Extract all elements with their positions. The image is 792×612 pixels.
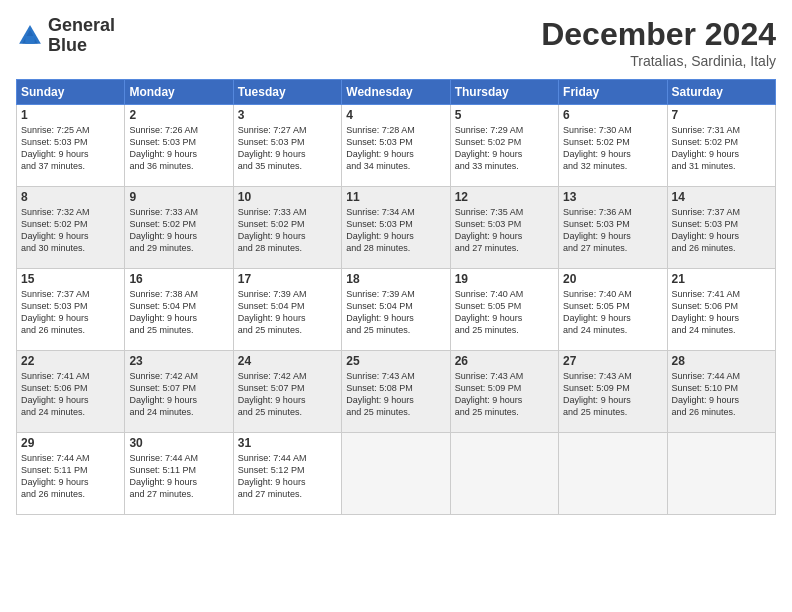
- calendar-cell: 30Sunrise: 7:44 AMSunset: 5:11 PMDayligh…: [125, 433, 233, 515]
- calendar-cell: 12Sunrise: 7:35 AMSunset: 5:03 PMDayligh…: [450, 187, 558, 269]
- logo-text: General Blue: [48, 16, 115, 56]
- day-info: Sunrise: 7:31 AMSunset: 5:02 PMDaylight:…: [672, 124, 771, 173]
- calendar-cell: 17Sunrise: 7:39 AMSunset: 5:04 PMDayligh…: [233, 269, 341, 351]
- day-info: Sunrise: 7:40 AMSunset: 5:05 PMDaylight:…: [455, 288, 554, 337]
- day-number: 25: [346, 354, 445, 368]
- day-info: Sunrise: 7:44 AMSunset: 5:11 PMDaylight:…: [21, 452, 120, 501]
- day-info: Sunrise: 7:44 AMSunset: 5:10 PMDaylight:…: [672, 370, 771, 419]
- calendar-week-row: 1Sunrise: 7:25 AMSunset: 5:03 PMDaylight…: [17, 105, 776, 187]
- day-number: 21: [672, 272, 771, 286]
- calendar-cell: [450, 433, 558, 515]
- day-number: 13: [563, 190, 662, 204]
- calendar-cell: [667, 433, 775, 515]
- day-of-week-header: Saturday: [667, 80, 775, 105]
- day-number: 24: [238, 354, 337, 368]
- day-info: Sunrise: 7:44 AMSunset: 5:12 PMDaylight:…: [238, 452, 337, 501]
- day-number: 31: [238, 436, 337, 450]
- day-of-week-header: Friday: [559, 80, 667, 105]
- day-info: Sunrise: 7:43 AMSunset: 5:09 PMDaylight:…: [455, 370, 554, 419]
- day-of-week-header: Sunday: [17, 80, 125, 105]
- day-info: Sunrise: 7:26 AMSunset: 5:03 PMDaylight:…: [129, 124, 228, 173]
- calendar-cell: 27Sunrise: 7:43 AMSunset: 5:09 PMDayligh…: [559, 351, 667, 433]
- day-info: Sunrise: 7:33 AMSunset: 5:02 PMDaylight:…: [238, 206, 337, 255]
- calendar-cell: 28Sunrise: 7:44 AMSunset: 5:10 PMDayligh…: [667, 351, 775, 433]
- calendar-week-row: 29Sunrise: 7:44 AMSunset: 5:11 PMDayligh…: [17, 433, 776, 515]
- day-info: Sunrise: 7:37 AMSunset: 5:03 PMDaylight:…: [672, 206, 771, 255]
- calendar-cell: 26Sunrise: 7:43 AMSunset: 5:09 PMDayligh…: [450, 351, 558, 433]
- calendar: SundayMondayTuesdayWednesdayThursdayFrid…: [16, 79, 776, 515]
- day-info: Sunrise: 7:25 AMSunset: 5:03 PMDaylight:…: [21, 124, 120, 173]
- day-number: 5: [455, 108, 554, 122]
- day-number: 19: [455, 272, 554, 286]
- day-info: Sunrise: 7:29 AMSunset: 5:02 PMDaylight:…: [455, 124, 554, 173]
- day-info: Sunrise: 7:38 AMSunset: 5:04 PMDaylight:…: [129, 288, 228, 337]
- day-number: 11: [346, 190, 445, 204]
- calendar-cell: 5Sunrise: 7:29 AMSunset: 5:02 PMDaylight…: [450, 105, 558, 187]
- logo: General Blue: [16, 16, 115, 56]
- calendar-cell: 16Sunrise: 7:38 AMSunset: 5:04 PMDayligh…: [125, 269, 233, 351]
- day-number: 16: [129, 272, 228, 286]
- calendar-cell: 2Sunrise: 7:26 AMSunset: 5:03 PMDaylight…: [125, 105, 233, 187]
- day-info: Sunrise: 7:44 AMSunset: 5:11 PMDaylight:…: [129, 452, 228, 501]
- day-info: Sunrise: 7:41 AMSunset: 5:06 PMDaylight:…: [21, 370, 120, 419]
- day-number: 30: [129, 436, 228, 450]
- day-number: 20: [563, 272, 662, 286]
- day-number: 17: [238, 272, 337, 286]
- day-number: 28: [672, 354, 771, 368]
- calendar-cell: 18Sunrise: 7:39 AMSunset: 5:04 PMDayligh…: [342, 269, 450, 351]
- calendar-cell: 11Sunrise: 7:34 AMSunset: 5:03 PMDayligh…: [342, 187, 450, 269]
- calendar-cell: 10Sunrise: 7:33 AMSunset: 5:02 PMDayligh…: [233, 187, 341, 269]
- day-info: Sunrise: 7:34 AMSunset: 5:03 PMDaylight:…: [346, 206, 445, 255]
- day-info: Sunrise: 7:43 AMSunset: 5:09 PMDaylight:…: [563, 370, 662, 419]
- calendar-cell: 22Sunrise: 7:41 AMSunset: 5:06 PMDayligh…: [17, 351, 125, 433]
- day-info: Sunrise: 7:41 AMSunset: 5:06 PMDaylight:…: [672, 288, 771, 337]
- day-info: Sunrise: 7:42 AMSunset: 5:07 PMDaylight:…: [129, 370, 228, 419]
- day-info: Sunrise: 7:35 AMSunset: 5:03 PMDaylight:…: [455, 206, 554, 255]
- calendar-week-row: 15Sunrise: 7:37 AMSunset: 5:03 PMDayligh…: [17, 269, 776, 351]
- day-number: 10: [238, 190, 337, 204]
- calendar-cell: 31Sunrise: 7:44 AMSunset: 5:12 PMDayligh…: [233, 433, 341, 515]
- calendar-cell: 6Sunrise: 7:30 AMSunset: 5:02 PMDaylight…: [559, 105, 667, 187]
- day-number: 26: [455, 354, 554, 368]
- calendar-cell: 13Sunrise: 7:36 AMSunset: 5:03 PMDayligh…: [559, 187, 667, 269]
- day-number: 9: [129, 190, 228, 204]
- calendar-cell: [559, 433, 667, 515]
- calendar-cell: 4Sunrise: 7:28 AMSunset: 5:03 PMDaylight…: [342, 105, 450, 187]
- day-number: 29: [21, 436, 120, 450]
- day-of-week-header: Tuesday: [233, 80, 341, 105]
- day-number: 12: [455, 190, 554, 204]
- svg-rect-2: [25, 36, 34, 44]
- calendar-cell: 19Sunrise: 7:40 AMSunset: 5:05 PMDayligh…: [450, 269, 558, 351]
- calendar-cell: 15Sunrise: 7:37 AMSunset: 5:03 PMDayligh…: [17, 269, 125, 351]
- day-info: Sunrise: 7:27 AMSunset: 5:03 PMDaylight:…: [238, 124, 337, 173]
- calendar-cell: 7Sunrise: 7:31 AMSunset: 5:02 PMDaylight…: [667, 105, 775, 187]
- day-info: Sunrise: 7:37 AMSunset: 5:03 PMDaylight:…: [21, 288, 120, 337]
- calendar-cell: 21Sunrise: 7:41 AMSunset: 5:06 PMDayligh…: [667, 269, 775, 351]
- day-info: Sunrise: 7:36 AMSunset: 5:03 PMDaylight:…: [563, 206, 662, 255]
- header: General Blue December 2024 Tratalias, Sa…: [16, 16, 776, 69]
- day-number: 15: [21, 272, 120, 286]
- page: General Blue December 2024 Tratalias, Sa…: [0, 0, 792, 612]
- day-of-week-header: Monday: [125, 80, 233, 105]
- calendar-cell: 20Sunrise: 7:40 AMSunset: 5:05 PMDayligh…: [559, 269, 667, 351]
- day-of-week-header: Wednesday: [342, 80, 450, 105]
- day-info: Sunrise: 7:40 AMSunset: 5:05 PMDaylight:…: [563, 288, 662, 337]
- calendar-header-row: SundayMondayTuesdayWednesdayThursdayFrid…: [17, 80, 776, 105]
- calendar-cell: 8Sunrise: 7:32 AMSunset: 5:02 PMDaylight…: [17, 187, 125, 269]
- day-info: Sunrise: 7:28 AMSunset: 5:03 PMDaylight:…: [346, 124, 445, 173]
- calendar-week-row: 22Sunrise: 7:41 AMSunset: 5:06 PMDayligh…: [17, 351, 776, 433]
- calendar-cell: 14Sunrise: 7:37 AMSunset: 5:03 PMDayligh…: [667, 187, 775, 269]
- day-number: 14: [672, 190, 771, 204]
- logo-icon: [16, 22, 44, 50]
- day-info: Sunrise: 7:39 AMSunset: 5:04 PMDaylight:…: [346, 288, 445, 337]
- calendar-cell: 29Sunrise: 7:44 AMSunset: 5:11 PMDayligh…: [17, 433, 125, 515]
- day-number: 6: [563, 108, 662, 122]
- day-number: 4: [346, 108, 445, 122]
- day-number: 7: [672, 108, 771, 122]
- calendar-cell: 24Sunrise: 7:42 AMSunset: 5:07 PMDayligh…: [233, 351, 341, 433]
- day-info: Sunrise: 7:33 AMSunset: 5:02 PMDaylight:…: [129, 206, 228, 255]
- day-number: 1: [21, 108, 120, 122]
- day-number: 8: [21, 190, 120, 204]
- day-info: Sunrise: 7:42 AMSunset: 5:07 PMDaylight:…: [238, 370, 337, 419]
- day-number: 3: [238, 108, 337, 122]
